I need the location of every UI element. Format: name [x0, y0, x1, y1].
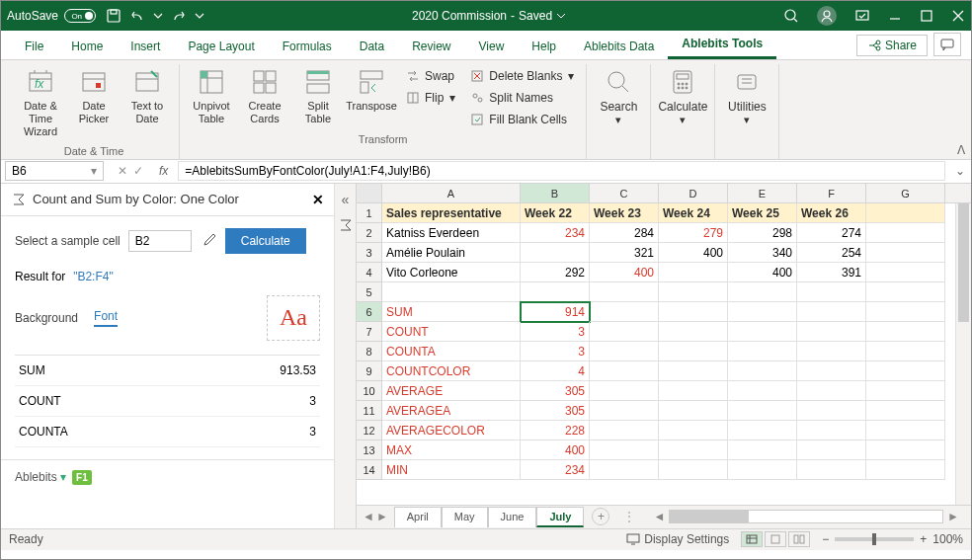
zoom-in-icon[interactable]: + [920, 532, 927, 546]
tab-page-layout[interactable]: Page Layout [174, 34, 268, 59]
zoom-level[interactable]: 100% [932, 532, 963, 546]
cell-B6[interactable]: 914 [521, 302, 590, 322]
split-table-button[interactable]: Split Table [294, 64, 342, 127]
tab-view[interactable]: View [465, 34, 519, 59]
cell-C2[interactable]: 284 [590, 223, 659, 243]
cell-A4[interactable]: Vito Corleone [382, 263, 521, 282]
cell-C14[interactable] [590, 460, 659, 480]
tab-ablebits-tools[interactable]: Ablebits Tools [668, 31, 776, 59]
cell-E7[interactable] [728, 322, 797, 342]
cell-C11[interactable] [590, 401, 659, 421]
cell-B11[interactable]: 305 [521, 401, 590, 421]
col-header-G[interactable]: G [866, 184, 945, 202]
date-picker-button[interactable]: Date Picker [70, 64, 118, 127]
cell-E8[interactable] [728, 342, 797, 361]
search-button[interactable]: Search▾ [595, 64, 642, 129]
row-header-10[interactable]: 10 [357, 381, 382, 401]
cell-F7[interactable] [797, 322, 866, 342]
cell-A11[interactable]: AVERAGEA [382, 401, 521, 421]
cell-D6[interactable] [659, 302, 728, 322]
sample-cell-input[interactable] [128, 230, 192, 252]
cell-D13[interactable] [659, 440, 728, 460]
cell-B8[interactable]: 3 [521, 342, 590, 361]
row-header-13[interactable]: 13 [357, 440, 382, 460]
cell-G6[interactable] [866, 302, 945, 322]
tab-formulas[interactable]: Formulas [269, 34, 346, 59]
row-header-3[interactable]: 3 [357, 243, 382, 263]
row-header-2[interactable]: 2 [357, 223, 382, 243]
title-dropdown-icon[interactable] [556, 11, 566, 21]
cell-D14[interactable] [659, 460, 728, 480]
cell-C13[interactable] [590, 440, 659, 460]
zoom-control[interactable]: − + 100% [822, 532, 963, 546]
pane-collapse-icon[interactable]: « [342, 192, 350, 207]
cell-B3[interactable] [521, 243, 590, 263]
cell-D4[interactable] [659, 263, 728, 282]
maximize-icon[interactable] [920, 9, 933, 23]
confirm-formula-icon[interactable]: ✓ [133, 164, 143, 178]
cell-A10[interactable]: AVERAGE [382, 381, 521, 401]
cell-A5[interactable] [382, 282, 521, 302]
view-normal-icon[interactable] [741, 531, 763, 547]
cell-A7[interactable]: COUNT [382, 322, 521, 342]
cell-C7[interactable] [590, 322, 659, 342]
cell-A12[interactable]: AVERAGECOLOR [382, 421, 521, 440]
cell-E10[interactable] [728, 381, 797, 401]
row-header-14[interactable]: 14 [357, 460, 382, 480]
formula-expand-icon[interactable]: ⌄ [949, 164, 971, 178]
close-icon[interactable] [951, 9, 965, 23]
cell-A8[interactable]: COUNTA [382, 342, 521, 361]
col-header-D[interactable]: D [659, 184, 728, 202]
cell-G5[interactable] [866, 282, 945, 302]
search-icon[interactable] [783, 8, 799, 24]
cell-E13[interactable] [728, 440, 797, 460]
cell-C12[interactable] [590, 421, 659, 440]
f1-badge[interactable]: F1 [72, 470, 92, 485]
cell-D3[interactable]: 400 [659, 243, 728, 263]
sheet-tab-april[interactable]: April [394, 507, 442, 527]
account-icon[interactable] [817, 6, 837, 26]
autosave-toggle[interactable]: AutoSave On [7, 9, 96, 23]
zoom-out-icon[interactable]: − [822, 532, 829, 546]
row-header-4[interactable]: 4 [357, 263, 382, 282]
cell-F3[interactable]: 254 [797, 243, 866, 263]
cell-C4[interactable]: 400 [590, 263, 659, 282]
cell-F1[interactable]: Week 26 [797, 203, 866, 223]
cell-C3[interactable]: 321 [590, 243, 659, 263]
delete-blanks-button[interactable]: Delete Blanks▾ [465, 66, 578, 86]
cell-F6[interactable] [797, 302, 866, 322]
cell-C1[interactable]: Week 23 [590, 203, 659, 223]
row-header-8[interactable]: 8 [357, 342, 382, 361]
cell-A14[interactable]: MIN [382, 460, 521, 480]
col-header-E[interactable]: E [728, 184, 797, 202]
formula-input[interactable]: =AblebitsSumByFontColor(July!A1:F4,July!… [178, 161, 945, 181]
cell-E14[interactable] [728, 460, 797, 480]
cell-D1[interactable]: Week 24 [659, 203, 728, 223]
tab-review[interactable]: Review [398, 34, 464, 59]
view-page-break-icon[interactable] [788, 531, 810, 547]
cell-G7[interactable] [866, 322, 945, 342]
cell-G13[interactable] [866, 440, 945, 460]
tab-data[interactable]: Data [346, 34, 398, 59]
cell-F12[interactable] [797, 421, 866, 440]
cell-D2[interactable]: 279 [659, 223, 728, 243]
sheet-tab-july[interactable]: July [536, 507, 584, 527]
cell-E9[interactable] [728, 361, 797, 381]
cell-F4[interactable]: 391 [797, 263, 866, 282]
cell-C6[interactable] [590, 302, 659, 322]
cancel-formula-icon[interactable]: ✕ [118, 164, 127, 178]
text-to-date-button[interactable]: Text to Date [123, 64, 171, 127]
cell-G2[interactable] [866, 223, 945, 243]
sheet-nav-next-icon[interactable]: ► [376, 510, 388, 523]
comments-button[interactable] [933, 33, 961, 56]
cell-E4[interactable]: 400 [728, 263, 797, 282]
calculate-pane-button[interactable]: Calculate [225, 228, 306, 254]
cell-B1[interactable]: Week 22 [521, 203, 590, 223]
cell-A2[interactable]: Katniss Everdeen [382, 223, 521, 243]
cell-E11[interactable] [728, 401, 797, 421]
cell-D7[interactable] [659, 322, 728, 342]
cell-D8[interactable] [659, 342, 728, 361]
cell-D9[interactable] [659, 361, 728, 381]
col-header-F[interactable]: F [797, 184, 866, 202]
sheet-tab-june[interactable]: June [488, 507, 537, 527]
